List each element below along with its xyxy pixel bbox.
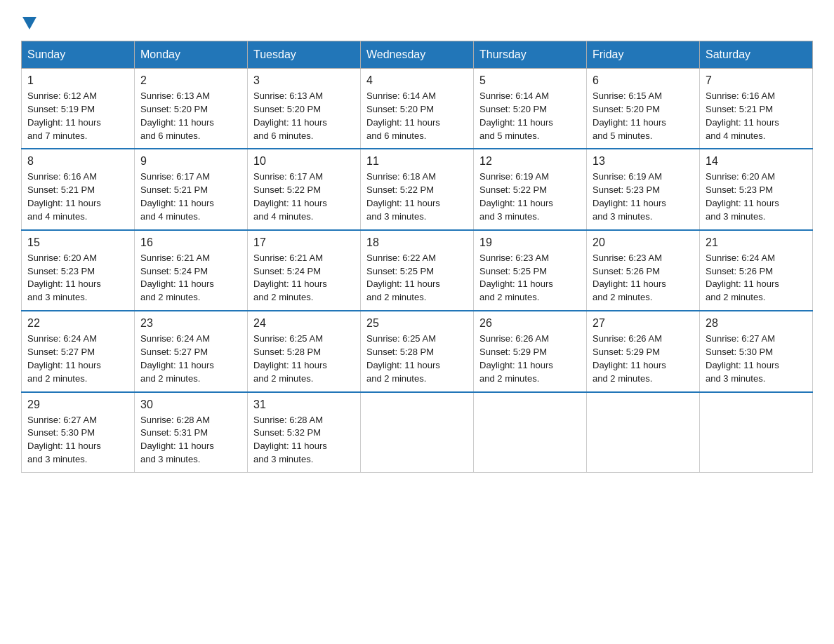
calendar-cell: 4 Sunrise: 6:14 AM Sunset: 5:20 PM Dayli… bbox=[361, 69, 474, 149]
header-thursday: Thursday bbox=[474, 41, 587, 69]
calendar-cell: 30 Sunrise: 6:28 AM Sunset: 5:31 PM Dayl… bbox=[135, 392, 248, 473]
calendar-cell: 11 Sunrise: 6:18 AM Sunset: 5:22 PM Dayl… bbox=[361, 149, 474, 229]
day-info: Sunrise: 6:27 AM Sunset: 5:30 PM Dayligh… bbox=[706, 333, 807, 385]
day-number: 1 bbox=[27, 74, 128, 87]
day-number: 20 bbox=[593, 236, 694, 249]
calendar-cell: 13 Sunrise: 6:19 AM Sunset: 5:23 PM Dayl… bbox=[587, 149, 700, 229]
day-info: Sunrise: 6:16 AM Sunset: 5:21 PM Dayligh… bbox=[706, 90, 807, 142]
day-info: Sunrise: 6:21 AM Sunset: 5:24 PM Dayligh… bbox=[253, 252, 355, 304]
calendar-cell: 18 Sunrise: 6:22 AM Sunset: 5:25 PM Dayl… bbox=[361, 230, 474, 311]
day-info: Sunrise: 6:20 AM Sunset: 5:23 PM Dayligh… bbox=[27, 252, 128, 304]
day-number: 2 bbox=[140, 74, 241, 87]
day-number: 3 bbox=[253, 74, 355, 87]
day-info: Sunrise: 6:17 AM Sunset: 5:21 PM Dayligh… bbox=[140, 170, 241, 223]
day-number: 5 bbox=[479, 74, 581, 87]
calendar-cell: 22 Sunrise: 6:24 AM Sunset: 5:27 PM Dayl… bbox=[22, 311, 135, 391]
day-info: Sunrise: 6:18 AM Sunset: 5:22 PM Dayligh… bbox=[366, 170, 468, 223]
calendar-cell bbox=[474, 392, 587, 473]
day-number: 8 bbox=[27, 155, 128, 168]
calendar-cell: 7 Sunrise: 6:16 AM Sunset: 5:21 PM Dayli… bbox=[700, 69, 813, 149]
day-info: Sunrise: 6:21 AM Sunset: 5:24 PM Dayligh… bbox=[140, 252, 241, 304]
header-monday: Monday bbox=[135, 41, 248, 69]
day-number: 23 bbox=[140, 317, 241, 330]
calendar-cell: 12 Sunrise: 6:19 AM Sunset: 5:22 PM Dayl… bbox=[474, 149, 587, 229]
calendar-cell: 25 Sunrise: 6:25 AM Sunset: 5:28 PM Dayl… bbox=[361, 311, 474, 391]
header-friday: Friday bbox=[587, 41, 700, 69]
header-tuesday: Tuesday bbox=[248, 41, 361, 69]
day-info: Sunrise: 6:15 AM Sunset: 5:20 PM Dayligh… bbox=[593, 90, 694, 142]
calendar-cell bbox=[361, 392, 474, 473]
day-number: 22 bbox=[27, 317, 128, 330]
day-number: 18 bbox=[366, 236, 468, 249]
calendar-cell: 5 Sunrise: 6:14 AM Sunset: 5:20 PM Dayli… bbox=[474, 69, 587, 149]
calendar-cell: 19 Sunrise: 6:23 AM Sunset: 5:25 PM Dayl… bbox=[474, 230, 587, 311]
week-row-1: 1 Sunrise: 6:12 AM Sunset: 5:19 PM Dayli… bbox=[22, 69, 813, 149]
calendar-cell: 23 Sunrise: 6:24 AM Sunset: 5:27 PM Dayl… bbox=[135, 311, 248, 391]
day-number: 29 bbox=[27, 398, 128, 411]
header-saturday: Saturday bbox=[700, 41, 813, 69]
day-number: 21 bbox=[706, 236, 807, 249]
day-info: Sunrise: 6:26 AM Sunset: 5:29 PM Dayligh… bbox=[593, 333, 694, 385]
calendar-cell: 1 Sunrise: 6:12 AM Sunset: 5:19 PM Dayli… bbox=[22, 69, 135, 149]
day-info: Sunrise: 6:13 AM Sunset: 5:20 PM Dayligh… bbox=[253, 90, 355, 142]
day-info: Sunrise: 6:22 AM Sunset: 5:25 PM Dayligh… bbox=[366, 252, 468, 304]
calendar-cell: 21 Sunrise: 6:24 AM Sunset: 5:26 PM Dayl… bbox=[700, 230, 813, 311]
calendar-cell: 17 Sunrise: 6:21 AM Sunset: 5:24 PM Dayl… bbox=[248, 230, 361, 311]
day-number: 15 bbox=[27, 236, 128, 249]
day-info: Sunrise: 6:13 AM Sunset: 5:20 PM Dayligh… bbox=[140, 90, 241, 142]
day-info: Sunrise: 6:23 AM Sunset: 5:25 PM Dayligh… bbox=[479, 252, 581, 304]
day-info: Sunrise: 6:19 AM Sunset: 5:22 PM Dayligh… bbox=[479, 170, 581, 223]
calendar-cell: 26 Sunrise: 6:26 AM Sunset: 5:29 PM Dayl… bbox=[474, 311, 587, 391]
day-info: Sunrise: 6:14 AM Sunset: 5:20 PM Dayligh… bbox=[366, 90, 468, 142]
calendar-cell: 14 Sunrise: 6:20 AM Sunset: 5:23 PM Dayl… bbox=[700, 149, 813, 229]
day-info: Sunrise: 6:26 AM Sunset: 5:29 PM Dayligh… bbox=[479, 333, 581, 385]
day-info: Sunrise: 6:27 AM Sunset: 5:30 PM Dayligh… bbox=[27, 414, 128, 467]
weekday-header-row: SundayMondayTuesdayWednesdayThursdayFrid… bbox=[22, 41, 813, 69]
day-number: 12 bbox=[479, 155, 581, 168]
calendar-table: SundayMondayTuesdayWednesdayThursdayFrid… bbox=[21, 41, 813, 473]
week-row-5: 29 Sunrise: 6:27 AM Sunset: 5:30 PM Dayl… bbox=[22, 392, 813, 473]
header-wednesday: Wednesday bbox=[361, 41, 474, 69]
day-number: 6 bbox=[593, 74, 694, 87]
header-sunday: Sunday bbox=[22, 41, 135, 69]
day-info: Sunrise: 6:16 AM Sunset: 5:21 PM Dayligh… bbox=[27, 170, 128, 223]
day-number: 24 bbox=[253, 317, 355, 330]
day-number: 16 bbox=[140, 236, 241, 249]
calendar-cell: 20 Sunrise: 6:23 AM Sunset: 5:26 PM Dayl… bbox=[587, 230, 700, 311]
day-number: 11 bbox=[366, 155, 468, 168]
day-info: Sunrise: 6:24 AM Sunset: 5:27 PM Dayligh… bbox=[27, 333, 128, 385]
day-info: Sunrise: 6:19 AM Sunset: 5:23 PM Dayligh… bbox=[593, 170, 694, 223]
day-info: Sunrise: 6:28 AM Sunset: 5:31 PM Dayligh… bbox=[140, 414, 241, 467]
calendar-cell bbox=[587, 392, 700, 473]
logo bbox=[21, 14, 37, 27]
day-number: 26 bbox=[479, 317, 581, 330]
calendar-cell: 2 Sunrise: 6:13 AM Sunset: 5:20 PM Dayli… bbox=[135, 69, 248, 149]
calendar-cell: 27 Sunrise: 6:26 AM Sunset: 5:29 PM Dayl… bbox=[587, 311, 700, 391]
calendar-cell: 16 Sunrise: 6:21 AM Sunset: 5:24 PM Dayl… bbox=[135, 230, 248, 311]
day-number: 28 bbox=[706, 317, 807, 330]
day-number: 19 bbox=[479, 236, 581, 249]
calendar-cell: 3 Sunrise: 6:13 AM Sunset: 5:20 PM Dayli… bbox=[248, 69, 361, 149]
day-number: 7 bbox=[706, 74, 807, 87]
day-number: 4 bbox=[366, 74, 468, 87]
day-number: 30 bbox=[140, 398, 241, 411]
day-info: Sunrise: 6:24 AM Sunset: 5:27 PM Dayligh… bbox=[140, 333, 241, 385]
week-row-2: 8 Sunrise: 6:16 AM Sunset: 5:21 PM Dayli… bbox=[22, 149, 813, 229]
day-number: 25 bbox=[366, 317, 468, 330]
day-info: Sunrise: 6:12 AM Sunset: 5:19 PM Dayligh… bbox=[27, 90, 128, 142]
day-info: Sunrise: 6:25 AM Sunset: 5:28 PM Dayligh… bbox=[253, 333, 355, 385]
calendar-cell: 15 Sunrise: 6:20 AM Sunset: 5:23 PM Dayl… bbox=[22, 230, 135, 311]
logo-triangle-icon bbox=[22, 17, 37, 29]
calendar-cell: 29 Sunrise: 6:27 AM Sunset: 5:30 PM Dayl… bbox=[22, 392, 135, 473]
day-number: 27 bbox=[593, 317, 694, 330]
calendar-cell: 8 Sunrise: 6:16 AM Sunset: 5:21 PM Dayli… bbox=[22, 149, 135, 229]
day-info: Sunrise: 6:25 AM Sunset: 5:28 PM Dayligh… bbox=[366, 333, 468, 385]
calendar-cell: 9 Sunrise: 6:17 AM Sunset: 5:21 PM Dayli… bbox=[135, 149, 248, 229]
day-number: 10 bbox=[253, 155, 355, 168]
calendar-cell: 31 Sunrise: 6:28 AM Sunset: 5:32 PM Dayl… bbox=[248, 392, 361, 473]
calendar-cell: 6 Sunrise: 6:15 AM Sunset: 5:20 PM Dayli… bbox=[587, 69, 700, 149]
day-number: 17 bbox=[253, 236, 355, 249]
day-info: Sunrise: 6:20 AM Sunset: 5:23 PM Dayligh… bbox=[706, 170, 807, 223]
day-info: Sunrise: 6:28 AM Sunset: 5:32 PM Dayligh… bbox=[253, 414, 355, 467]
day-number: 31 bbox=[253, 398, 355, 411]
